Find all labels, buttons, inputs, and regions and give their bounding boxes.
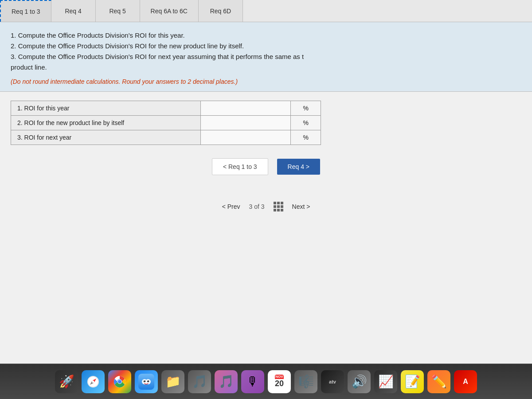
pagination-area: < Prev 3 of 3 Next > <box>11 202 521 211</box>
tab-req6d[interactable]: Req 6D <box>199 0 243 22</box>
dock-calendar[interactable]: NOV 20 <box>268 370 291 393</box>
row2-answer-input[interactable] <box>207 119 284 126</box>
main-content: Req 1 to 3 Req 4 Req 5 Req 6A to 6C Req … <box>0 0 532 364</box>
dock-podcasts[interactable]: 🎙 <box>241 370 264 393</box>
instruction-line1: 1. Compute the Office Products Division'… <box>11 30 521 41</box>
row2-percent: % <box>291 116 321 130</box>
tabs-bar: Req 1 to 3 Req 4 Req 5 Req 6A to 6C Req … <box>0 0 532 22</box>
row2-label: 2. ROI for the new product line by itsel… <box>11 116 201 130</box>
instructions-area: 1. Compute the Office Products Division'… <box>0 22 532 92</box>
row2-input-cell[interactable] <box>201 116 291 130</box>
roi-table: 1. ROI for this year % 2. ROI for the ne… <box>11 101 321 145</box>
dock-atv[interactable]: atv <box>321 370 344 393</box>
dock-stocks[interactable]: 📈 <box>374 370 397 393</box>
row3-label: 3. ROI for next year <box>11 130 201 145</box>
instruction-line3: 3. Compute the Office Products Division'… <box>11 51 521 62</box>
row1-answer-input[interactable] <box>207 105 284 112</box>
dock-pencil[interactable]: ✏️ <box>427 370 450 393</box>
nav-buttons: < Req 1 to 3 Req 4 > <box>11 158 521 175</box>
page-info: 3 of 3 <box>249 203 264 210</box>
grid-icon <box>274 202 283 211</box>
svg-point-14 <box>147 380 148 381</box>
row3-percent: % <box>291 130 321 145</box>
table-row: 3. ROI for next year % <box>11 130 321 145</box>
instruction-line3-suffix: product line. <box>11 62 521 73</box>
svg-point-0 <box>87 376 99 387</box>
table-row: 2. ROI for the new product line by itsel… <box>11 116 321 130</box>
tab-req5[interactable]: Req 5 <box>96 0 140 22</box>
row1-input-cell[interactable] <box>201 101 291 116</box>
dock-finder[interactable] <box>135 370 158 393</box>
tab-req4[interactable]: Req 4 <box>51 0 96 22</box>
row3-input-cell[interactable] <box>201 130 291 145</box>
row3-answer-input[interactable] <box>207 134 284 141</box>
instruction-line2: 2. Compute the Office Products Division'… <box>11 41 521 51</box>
dock-itunes[interactable]: 🎵 <box>215 370 238 393</box>
dock-chrome[interactable] <box>108 370 131 393</box>
forward-button[interactable]: Req 4 > <box>277 159 320 175</box>
next-button[interactable]: Next > <box>292 203 310 210</box>
instructions-note: (Do not round intermediate calculations.… <box>11 78 521 85</box>
prev-button[interactable]: < Prev <box>222 203 240 210</box>
dock-note[interactable]: 📝 <box>401 370 424 393</box>
dock-misc3[interactable]: 🎼 <box>294 370 317 393</box>
dock-acrobat[interactable]: A <box>454 370 477 393</box>
tab-req6ato6c[interactable]: Req 6A to 6C <box>140 0 199 22</box>
row1-percent: % <box>291 101 321 116</box>
svg-point-11 <box>144 380 146 382</box>
row1-label: 1. ROI for this year <box>11 101 201 116</box>
table-section: 1. ROI for this year % 2. ROI for the ne… <box>0 92 532 220</box>
back-button[interactable]: < Req 1 to 3 <box>212 158 268 175</box>
dock-misc4[interactable]: 🔊 <box>348 370 371 393</box>
tab-req1to3[interactable]: Req 1 to 3 <box>0 0 51 22</box>
instructions-text: 1. Compute the Office Products Division'… <box>11 30 521 73</box>
svg-point-12 <box>147 380 149 382</box>
dock: 🚀 <box>0 364 532 399</box>
svg-point-13 <box>144 380 144 381</box>
dock-misc2[interactable]: 🎵 <box>188 370 211 393</box>
dock-launchpad[interactable]: 🚀 <box>55 370 78 393</box>
table-row: 1. ROI for this year % <box>11 101 321 116</box>
dock-safari[interactable] <box>82 370 105 393</box>
dock-misc1[interactable]: 📁 <box>161 370 184 393</box>
svg-point-7 <box>118 380 121 383</box>
